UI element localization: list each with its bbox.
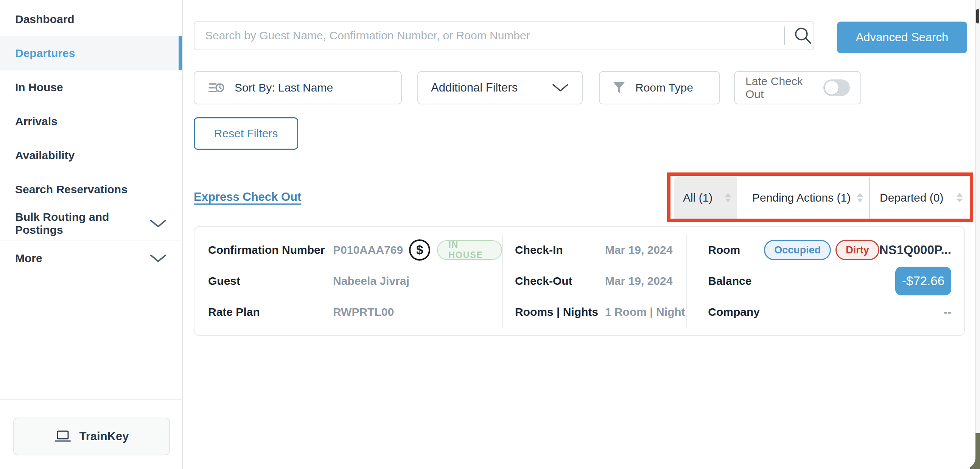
- rooms-nights-value: 1 Room | Night: [605, 305, 685, 318]
- window-rounded-corner: [953, 433, 975, 469]
- guest-value: Nabeela Jivraj: [333, 275, 409, 288]
- room-label: Room: [708, 243, 764, 256]
- tab-departed-label: Departed (0): [880, 191, 943, 204]
- additional-filters-label: Additional Filters: [431, 81, 518, 95]
- sort-by-button[interactable]: Sort By: Last Name: [194, 71, 402, 104]
- tab-all[interactable]: All (1): [674, 176, 737, 219]
- rate-plan-label: Rate Plan: [208, 305, 333, 318]
- dirty-status-pill: Dirty: [835, 240, 879, 260]
- reservation-card-right-column: Room Occupied Dirty NS1Q000P... Balance …: [687, 234, 964, 328]
- rate-plan-value: RWPRTL00: [333, 305, 394, 318]
- sidebar-item-more[interactable]: More: [0, 241, 182, 275]
- sort-arrows-icon: [857, 193, 863, 202]
- sidebar-item-label: Dashboard: [15, 13, 75, 26]
- room-type-button[interactable]: Room Type: [599, 71, 720, 104]
- confirmation-number-value: P010AAA769: [333, 243, 403, 256]
- reservation-card-middle-column: Check-In Mar 19, 2024 Check-Out Mar 19, …: [502, 234, 687, 328]
- tab-all-label: All (1): [683, 191, 713, 204]
- search-input[interactable]: [194, 21, 814, 50]
- check-in-value: Mar 19, 2024: [605, 243, 672, 256]
- sidebar-item-label: Departures: [15, 47, 75, 60]
- tab-departed[interactable]: Departed (0): [869, 176, 969, 219]
- sort-arrows-icon: [956, 193, 963, 202]
- sidebar-bottom-divider: [0, 399, 182, 400]
- in-house-status-badge: IN HOUSE: [437, 240, 502, 260]
- sort-order-icon: [208, 80, 225, 96]
- confirmation-number-row: Confirmation Number P010AAA769 $ IN HOUS…: [194, 234, 502, 266]
- late-check-out-toggle[interactable]: [823, 79, 850, 96]
- chevron-down-icon: [552, 83, 569, 93]
- rooms-nights-row: Rooms | Nights 1 Room | Night: [503, 297, 686, 328]
- room-row: Room Occupied Dirty NS1Q000P...: [687, 234, 964, 266]
- trainkey-button[interactable]: TrainKey: [13, 418, 170, 455]
- trainkey-label: TrainKey: [80, 430, 129, 443]
- confirmation-number-label: Confirmation Number: [208, 243, 333, 256]
- advanced-search-button[interactable]: Advanced Search: [837, 22, 967, 53]
- sort-by-label: Sort By: Last Name: [235, 81, 333, 94]
- sidebar-item-search-reservations[interactable]: Search Reservations: [0, 172, 182, 207]
- sidebar-item-availability[interactable]: Availability: [0, 138, 182, 172]
- reservation-card[interactable]: Confirmation Number P010AAA769 $ IN HOUS…: [194, 226, 965, 336]
- sidebar-item-dashboard[interactable]: Dashboard: [0, 2, 182, 36]
- room-type-label: Room Type: [635, 81, 693, 94]
- check-in-label: Check-In: [515, 243, 605, 256]
- sidebar-item-label: In House: [15, 81, 63, 94]
- rooms-nights-label: Rooms | Nights: [515, 305, 605, 318]
- dollar-circle-icon[interactable]: $: [409, 239, 430, 261]
- sidebar-item-bulk-routing[interactable]: Bulk Routing and Postings: [0, 207, 182, 240]
- guest-row: Guest Nabeela Jivraj: [194, 266, 502, 297]
- toggle-knob: [825, 81, 838, 95]
- tab-pending-actions[interactable]: Pending Actions (1): [737, 176, 869, 219]
- check-in-row: Check-In Mar 19, 2024: [503, 234, 686, 266]
- sidebar-item-label: More: [15, 252, 42, 265]
- sort-arrows-icon: [725, 193, 731, 202]
- reservation-card-left-column: Confirmation Number P010AAA769 $ IN HOUS…: [194, 234, 502, 328]
- guest-label: Guest: [208, 275, 333, 288]
- search-icon[interactable]: [792, 25, 813, 46]
- company-value: --: [944, 305, 951, 318]
- company-row: Company --: [687, 297, 964, 328]
- chevron-down-icon: [150, 253, 167, 263]
- page-scrollbar-thumb[interactable]: [976, 9, 979, 24]
- tab-pending-actions-label: Pending Actions (1): [752, 191, 851, 204]
- sidebar-item-departures[interactable]: Departures: [0, 36, 182, 70]
- sidebar-item-label: Bulk Routing and Postings: [15, 211, 150, 236]
- balance-row: Balance -$72.66: [687, 266, 964, 297]
- page-scrollbar-track[interactable]: [975, 0, 980, 469]
- check-out-label: Check-Out: [515, 275, 605, 288]
- balance-amount-chip: -$72.66: [895, 267, 951, 296]
- rate-plan-row: Rate Plan RWPRTL00: [194, 297, 502, 328]
- departures-tabs: All (1) Pending Actions (1) Departed (0): [674, 176, 969, 219]
- sidebar-item-label: Availability: [15, 149, 75, 162]
- express-check-out-link[interactable]: Express Check Out: [194, 190, 301, 204]
- occupied-status-pill: Occupied: [764, 240, 831, 260]
- departures-page: Dashboard Departures In House Arrivals A…: [0, 0, 980, 469]
- company-label: Company: [708, 305, 764, 318]
- sidebar-nav: Dashboard Departures In House Arrivals A…: [0, 0, 182, 275]
- funnel-icon: [612, 81, 625, 94]
- sidebar-item-label: Arrivals: [15, 115, 57, 128]
- sidebar: Dashboard Departures In House Arrivals A…: [0, 0, 183, 469]
- check-out-row: Check-Out Mar 19, 2024: [503, 266, 686, 297]
- chevron-down-icon: [150, 219, 167, 229]
- late-check-out-label: Late Check Out: [745, 75, 823, 100]
- reset-filters-button[interactable]: Reset Filters: [194, 117, 298, 150]
- check-out-value: Mar 19, 2024: [605, 275, 672, 288]
- balance-label: Balance: [708, 275, 764, 288]
- additional-filters-dropdown[interactable]: Additional Filters: [417, 71, 583, 104]
- sidebar-item-arrivals[interactable]: Arrivals: [0, 104, 182, 138]
- laptop-icon: [54, 431, 71, 442]
- room-number-value: NS1Q000P...: [879, 243, 951, 257]
- sidebar-item-in-house[interactable]: In House: [0, 70, 182, 104]
- late-check-out-filter: Late Check Out: [734, 71, 861, 104]
- search-divider: [784, 27, 785, 45]
- sidebar-item-label: Search Reservations: [15, 183, 127, 196]
